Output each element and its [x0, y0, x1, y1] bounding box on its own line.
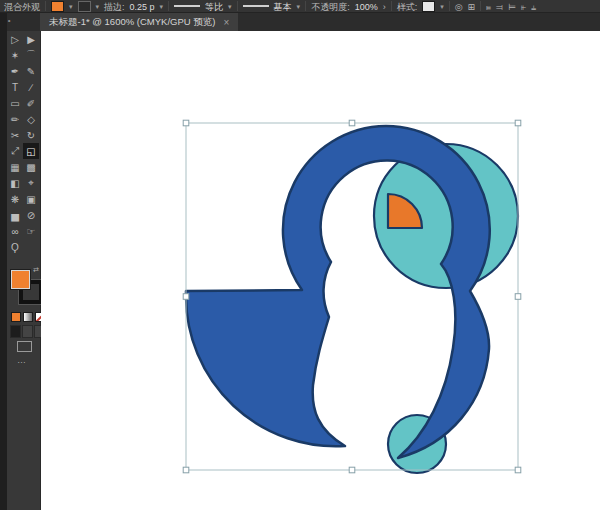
- tool-row: ✒✎: [7, 63, 40, 79]
- zoom-tool-button[interactable]: Ϙ: [7, 239, 23, 255]
- tool-row: ◧⌖: [7, 175, 40, 191]
- screen-mode-button[interactable]: [17, 341, 32, 352]
- pen-tool-button[interactable]: ✒: [7, 63, 23, 79]
- slice-tool-button[interactable]: ⊘: [23, 207, 39, 223]
- tab-close-icon[interactable]: ×: [223, 17, 229, 28]
- selection-handle[interactable]: [183, 467, 189, 473]
- tool-grid: ▷▶✶⌒✒✎T∕▭✐✏◇✂↻⤢◱▦▩◧⌖❋▣▅⊘∞☞Ϙ: [7, 31, 40, 255]
- separator: [45, 1, 46, 11]
- stroke-color-swatch[interactable]: [78, 1, 91, 12]
- brush-preview: [243, 5, 269, 7]
- tool-row: ⤢◱: [7, 143, 40, 159]
- tools-panel: ▷▶✶⌒✒✎T∕▭✐✏◇✂↻⤢◱▦▩◧⌖❋▣▅⊘∞☞Ϙ ⇄ …: [7, 31, 41, 510]
- tool-row: ∞☞: [7, 223, 40, 239]
- separator: [237, 1, 238, 11]
- illustrator-window: { "control_bar": { "selection_label": "混…: [0, 0, 600, 510]
- rectangle-tool-button[interactable]: ▭: [7, 95, 23, 111]
- type-tool-button[interactable]: T: [7, 79, 23, 95]
- brush-caret-icon[interactable]: ▾: [297, 3, 301, 11]
- scale-tool-button[interactable]: ⤢: [7, 143, 23, 159]
- gradient-tool-button[interactable]: ◧: [7, 175, 23, 191]
- shape-builder-tool-button[interactable]: ◱: [23, 143, 39, 159]
- tool-row: ▷▶: [7, 31, 40, 47]
- dock-edge: [0, 13, 7, 510]
- magic-wand-tool-button[interactable]: ✶: [7, 47, 23, 63]
- distribute-vertical-icon[interactable]: ⫨: [531, 2, 536, 13]
- tool-row: ▦▩: [7, 159, 40, 175]
- align-right-icon[interactable]: ⊨: [508, 2, 516, 12]
- separator: [391, 1, 392, 11]
- color-button[interactable]: [11, 312, 21, 322]
- fill-stroke-indicator[interactable]: ⇄: [10, 268, 38, 308]
- edit-toolbar-button[interactable]: …: [17, 355, 27, 365]
- graphic-style-swatch[interactable]: [422, 1, 435, 12]
- recolor-artwork-icon[interactable]: ◎: [455, 2, 463, 12]
- selection-handle[interactable]: [515, 467, 521, 473]
- curvature-tool-button[interactable]: ✎: [23, 63, 39, 79]
- scissors-tool-button[interactable]: ✂: [7, 127, 23, 143]
- tool-row: ✏◇: [7, 111, 40, 127]
- variable-width-preview: [174, 5, 200, 7]
- separator: [449, 1, 450, 11]
- selection-handle[interactable]: [183, 120, 189, 126]
- draw-normal-button[interactable]: [10, 325, 21, 338]
- gradient-button[interactable]: [23, 312, 33, 322]
- tool-row: ▅⊘: [7, 207, 40, 223]
- column-graph-tool-button[interactable]: ▅: [7, 207, 23, 223]
- selection-handle[interactable]: [349, 467, 355, 473]
- paintbrush-tool-button[interactable]: ✐: [23, 95, 39, 111]
- selection-handle[interactable]: [515, 294, 521, 300]
- opacity-value[interactable]: 100%: [355, 2, 378, 12]
- style-caret-icon[interactable]: ▾: [440, 3, 444, 11]
- tool-row: Ϙ: [7, 239, 40, 255]
- width-profile-value[interactable]: 等比: [205, 1, 223, 14]
- align-center-icon[interactable]: ⫤: [496, 2, 503, 13]
- separator: [480, 1, 481, 11]
- draw-behind-button[interactable]: [22, 325, 33, 338]
- distribute-horizontal-icon[interactable]: ⫦: [521, 2, 526, 13]
- selection-handle[interactable]: [515, 120, 521, 126]
- eyedropper-tool-button[interactable]: ⌖: [23, 175, 39, 191]
- transform-grid-icon[interactable]: ⊞: [468, 2, 476, 12]
- color-control-row: [11, 312, 45, 322]
- align-left-icon[interactable]: ⫢: [486, 2, 491, 13]
- tool-row: T∕: [7, 79, 40, 95]
- mesh-tool-button[interactable]: ▩: [23, 159, 39, 175]
- line-segment-tool-button[interactable]: ∕: [23, 79, 39, 95]
- opacity-more-icon[interactable]: ›: [383, 2, 386, 12]
- artboard-canvas[interactable]: [41, 31, 600, 510]
- stroke-weight-value[interactable]: 0.25 p: [130, 2, 155, 12]
- tool-row: ✶⌒: [7, 47, 40, 63]
- document-tab[interactable]: 未标题-1* @ 1600% (CMYK/GPU 预览) ×: [40, 13, 238, 31]
- fill-proxy-swatch[interactable]: [11, 270, 30, 289]
- stroke-weight-label: 描边:: [104, 1, 125, 14]
- fill-color-swatch[interactable]: [51, 1, 64, 12]
- perspective-grid-tool-button[interactable]: ▦: [7, 159, 23, 175]
- artboard-tool-button[interactable]: ▣: [23, 191, 39, 207]
- tool-row: ▭✐: [7, 95, 40, 111]
- brush-definition-value[interactable]: 基本: [274, 1, 292, 14]
- drawing-modes-row: [10, 325, 45, 338]
- tab-bar: •• 未标题-1* @ 1600% (CMYK/GPU 预览) ×: [0, 13, 600, 31]
- tool-row: ✂↻: [7, 127, 40, 143]
- blue-duck-body[interactable]: [186, 126, 490, 458]
- pencil-tool-button[interactable]: ✏: [7, 111, 23, 127]
- shaper-tool-button[interactable]: ◇: [23, 111, 39, 127]
- selection-handle[interactable]: [349, 120, 355, 126]
- blend-tool-button[interactable]: ∞: [7, 223, 23, 239]
- hand-tool-button[interactable]: ☞: [23, 223, 39, 239]
- rotate-tool-button[interactable]: ↻: [23, 127, 39, 143]
- width-profile-caret-icon[interactable]: ▾: [228, 3, 232, 11]
- stroke-caret-icon[interactable]: ▾: [96, 3, 100, 11]
- selection-handle[interactable]: [183, 294, 189, 300]
- selection-tool-button[interactable]: ▷: [7, 31, 23, 47]
- direct-selection-tool-button[interactable]: ▶: [23, 31, 39, 47]
- swap-fill-stroke-icon[interactable]: ⇄: [33, 266, 39, 274]
- separator: [168, 1, 169, 11]
- symbol-sprayer-tool-button[interactable]: ❋: [7, 191, 23, 207]
- empty-button: [23, 239, 39, 255]
- duck-logo-artwork: [41, 31, 600, 510]
- lasso-tool-button[interactable]: ⌒: [23, 47, 39, 63]
- fill-caret-icon[interactable]: ▾: [69, 3, 73, 11]
- stroke-weight-caret-icon[interactable]: ▾: [160, 3, 164, 11]
